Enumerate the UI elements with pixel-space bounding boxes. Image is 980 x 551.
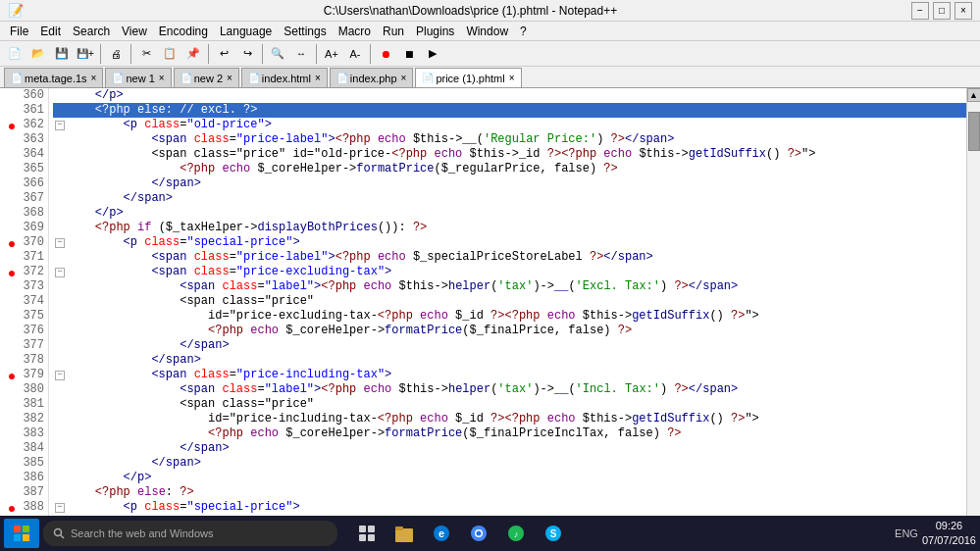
table-row[interactable]: − <p class="special-price"> — [53, 235, 966, 250]
svg-rect-11 — [395, 526, 403, 530]
redo-button[interactable]: ↪ — [236, 43, 258, 65]
menu-macro[interactable]: Macro — [333, 24, 377, 39]
menu-language[interactable]: Language — [214, 24, 278, 39]
table-row[interactable]: </span> — [53, 176, 966, 191]
undo-button[interactable]: ↩ — [213, 43, 234, 65]
copy-button[interactable]: 📋 — [159, 43, 181, 65]
tab-close-new1[interactable]: × — [159, 73, 165, 83]
zoom-out-button[interactable]: A- — [344, 43, 366, 65]
taskbar-search-bar[interactable]: Search the web and Windows — [43, 521, 337, 546]
zoom-in-button[interactable]: A+ — [321, 43, 342, 65]
table-row[interactable]: id="price-excluding-tax-<?php echo $_id … — [53, 309, 966, 324]
title-bar-title: C:\Users\nathan\Downloads\price (1).phtm… — [324, 4, 617, 18]
taskbar-app-skype[interactable]: S — [536, 519, 571, 548]
taskbar-app-spotify[interactable]: ♪ — [498, 519, 534, 548]
table-row[interactable]: </span> — [53, 353, 966, 368]
replace-button[interactable]: ↔ — [290, 43, 312, 65]
tab-close-new2[interactable]: × — [227, 73, 232, 83]
table-row[interactable]: </p> — [53, 206, 966, 221]
table-row[interactable]: <span class="price" — [53, 397, 966, 412]
menu-file[interactable]: File — [4, 24, 34, 39]
table-row[interactable]: <?php else: ?> — [53, 485, 966, 500]
menu-settings[interactable]: Settings — [278, 24, 332, 39]
table-row[interactable]: − <span class="price-excluding-tax"> — [53, 265, 966, 279]
tab-metatage[interactable]: 📄 meta.tage.1s × — [4, 68, 103, 87]
table-row[interactable]: </p> — [53, 88, 966, 103]
table-row[interactable]: <span class="price-label"><?php echo $_s… — [53, 250, 966, 265]
table-row[interactable]: <span class="price" id="old-price-<?php … — [53, 147, 966, 162]
taskbar-clock[interactable]: 09:26 07/07/2016 — [922, 519, 976, 549]
table-row[interactable]: id="price-including-tax-<?php echo $_id … — [53, 412, 966, 426]
table-row[interactable]: <span class="price-label"><?php echo $th… — [53, 132, 966, 147]
tab-new2[interactable]: 📄 new 2 × — [174, 68, 239, 87]
find-button[interactable]: 🔍 — [267, 43, 288, 65]
vertical-scrollbar[interactable]: ▲ ▼ — [966, 88, 980, 531]
tab-indexhtml[interactable]: 📄 index.html × — [241, 68, 328, 87]
new-button[interactable]: 📄 — [4, 43, 26, 65]
menu-search[interactable]: Search — [67, 24, 116, 39]
table-row[interactable]: − <p class="old-price"> — [53, 118, 966, 132]
menu-plugins[interactable]: Plugins — [410, 24, 460, 39]
taskbar-app-chrome[interactable] — [461, 519, 496, 548]
table-row[interactable]: </p> — [53, 471, 966, 485]
save-button[interactable]: 💾 — [51, 43, 73, 65]
menu-run[interactable]: Run — [377, 24, 410, 39]
table-row[interactable]: <?php echo $_coreHelper->formatPrice($_f… — [53, 324, 966, 338]
menu-view[interactable]: View — [116, 24, 153, 39]
scroll-up-button[interactable]: ▲ — [967, 88, 981, 102]
table-row[interactable]: <span class="price" — [53, 294, 966, 309]
line-number-gutter: 360361●362363364365366367368369●370371●3… — [0, 88, 49, 531]
menu-window[interactable]: Window — [460, 24, 514, 39]
svg-rect-8 — [359, 534, 366, 541]
table-row[interactable]: </span> — [53, 191, 966, 206]
table-row[interactable]: <?php echo $_coreHelper->formatPrice($_r… — [53, 162, 966, 176]
tab-close-indexhtml[interactable]: × — [315, 73, 321, 83]
table-row[interactable]: <?php echo $_coreHelper->formatPrice($_f… — [53, 426, 966, 441]
svg-text:e: e — [438, 527, 444, 539]
toolbar-sep-4 — [262, 44, 263, 64]
svg-point-4 — [55, 529, 62, 536]
svg-rect-0 — [14, 526, 21, 532]
svg-rect-7 — [368, 526, 375, 532]
table-row[interactable]: <span class="label"><?php echo $this->he… — [53, 382, 966, 397]
start-button[interactable] — [4, 519, 39, 548]
open-button[interactable]: 📂 — [27, 43, 49, 65]
cut-button[interactable]: ✂ — [135, 43, 157, 65]
table-row[interactable]: <?php else: // excl. ?> — [53, 103, 966, 118]
table-row[interactable]: − <p class="special-price"> — [53, 500, 966, 515]
menu-encoding[interactable]: Encoding — [153, 24, 214, 39]
maximize-button[interactable]: □ — [933, 2, 951, 20]
table-row[interactable]: <?php if ($_taxHelper->displayBothPrices… — [53, 221, 966, 235]
svg-rect-3 — [23, 534, 29, 541]
table-row[interactable]: − <span class="price-including-tax"> — [53, 368, 966, 382]
save-all-button[interactable]: 💾+ — [75, 43, 96, 65]
macro-play-button[interactable]: ▶ — [422, 43, 443, 65]
menu-edit[interactable]: Edit — [34, 24, 67, 39]
macro-record-button[interactable]: ⏺ — [375, 43, 396, 65]
close-button[interactable]: × — [954, 2, 972, 20]
toolbar: 📄 📂 💾 💾+ 🖨 ✂ 📋 📌 ↩ ↪ 🔍 ↔ A+ A- ⏺ ⏹ ▶ — [0, 41, 980, 67]
code-content[interactable]: </p> <?php else: // excl. ?>− <p class="… — [49, 88, 966, 531]
scroll-thumb[interactable] — [968, 112, 980, 151]
tab-price[interactable]: 📄 price (1).phtml × — [415, 68, 521, 87]
minimize-button[interactable]: − — [911, 2, 929, 20]
menu-help[interactable]: ? — [514, 24, 533, 39]
taskbar-app-explorer[interactable] — [387, 519, 422, 548]
taskbar-app-edge[interactable]: e — [424, 519, 459, 548]
taskbar-apps: e ♪ S — [349, 519, 571, 548]
table-row[interactable]: </span> — [53, 456, 966, 471]
svg-rect-1 — [23, 526, 29, 532]
tab-close-price[interactable]: × — [509, 73, 515, 83]
taskbar-app-task-view[interactable] — [349, 519, 385, 548]
table-row[interactable]: <span class="label"><?php echo $this->he… — [53, 279, 966, 294]
paste-button[interactable]: 📌 — [182, 43, 204, 65]
print-button[interactable]: 🖨 — [105, 43, 127, 65]
table-row[interactable]: </span> — [53, 441, 966, 456]
tab-new1[interactable]: 📄 new 1 × — [105, 68, 171, 87]
tab-close-indexphp[interactable]: × — [401, 73, 407, 83]
macro-stop-button[interactable]: ⏹ — [398, 43, 420, 65]
tab-indexphp[interactable]: 📄 index.php × — [330, 68, 414, 87]
table-row[interactable]: </span> — [53, 338, 966, 353]
svg-rect-9 — [368, 534, 375, 541]
tab-close-metatage[interactable]: × — [91, 73, 97, 83]
